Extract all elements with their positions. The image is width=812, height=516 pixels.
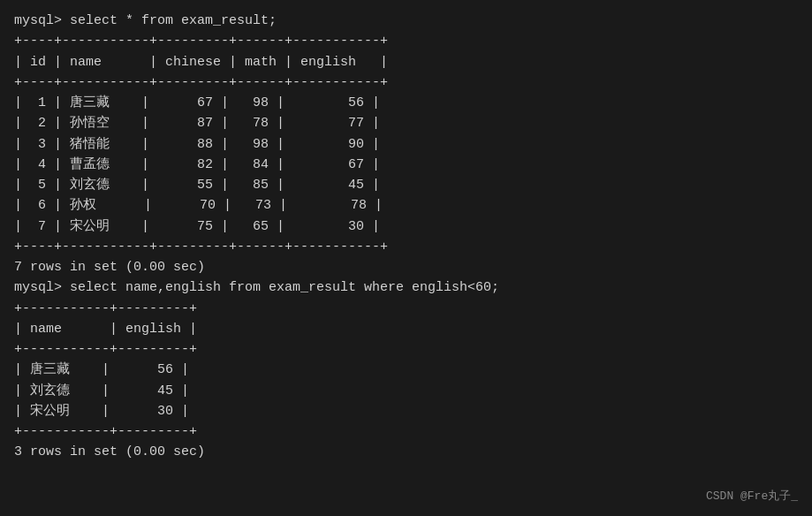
terminal-line: +----+-----------+---------+------+-----… [14,31,798,51]
terminal-line: | 1 | 唐三藏 | 67 | 98 | 56 | [14,93,798,113]
terminal-line: | 2 | 孙悟空 | 87 | 78 | 77 | [14,113,798,133]
terminal-line: | 宋公明 | 30 | [14,401,798,421]
terminal-line: | 刘玄德 | 45 | [14,381,798,401]
terminal-line: +----+-----------+---------+------+-----… [14,237,798,257]
terminal-line: | 4 | 曹孟德 | 82 | 84 | 67 | [14,155,798,175]
terminal-line: | 5 | 刘玄德 | 55 | 85 | 45 | [14,175,798,195]
terminal-line: | name | english | [14,319,798,339]
terminal-line: | 唐三藏 | 56 | [14,360,798,380]
terminal-line: +-----------+---------+ [14,421,798,442]
terminal-line: mysql> select * from exam_result; [14,11,798,31]
terminal-line: | id | name | chinese | math | english | [14,52,798,72]
terminal: mysql> select * from exam_result;+----+-… [14,11,798,463]
terminal-line: +-----------+---------+ [14,299,798,319]
terminal-line: 7 rows in set (0.00 sec) [14,257,798,277]
terminal-line: +----+-----------+---------+------+-----… [14,72,798,93]
terminal-line: | 3 | 猪悟能 | 88 | 98 | 90 | [14,134,798,155]
terminal-line: | 7 | 宋公明 | 75 | 65 | 30 | [14,216,798,237]
terminal-line: | 6 | 孙权 | 70 | 73 | 78 | [14,195,798,216]
terminal-line: mysql> select name,english from exam_res… [14,277,798,298]
terminal-line: +-----------+---------+ [14,339,798,360]
terminal-line: 3 rows in set (0.00 sec) [14,442,798,462]
watermark: CSDN @Fre丸子_ [706,488,798,505]
